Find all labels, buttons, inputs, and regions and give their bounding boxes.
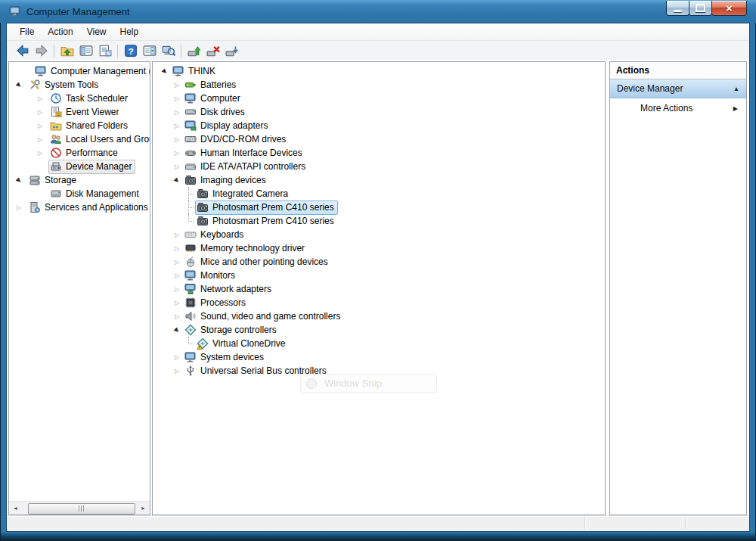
expand-icon[interactable]: ▷ [171, 269, 183, 282]
back-button[interactable] [13, 42, 32, 59]
scroll-right-button[interactable]: ► [137, 502, 150, 515]
expand-icon[interactable]: ▷ [171, 228, 183, 241]
collapse-icon[interactable]: ▶ [11, 78, 27, 92]
menu-action[interactable]: Action [41, 24, 79, 39]
expand-icon[interactable]: ▷ [32, 132, 48, 146]
tree-item-think[interactable]: ▶THINK [153, 64, 605, 78]
tree-item-computer-management-local[interactable]: Computer Management (Local [9, 64, 150, 78]
tree-item-universal-serial-bus-controllers[interactable]: ▷Universal Serial Bus controllers [153, 364, 605, 378]
expand-icon[interactable]: ▷ [171, 241, 183, 255]
tree-item-content[interactable]: DVD/CD-ROM drives [183, 132, 290, 147]
tree-item-content[interactable]: Keyboards [183, 228, 247, 242]
expand-icon[interactable]: ▷ [171, 105, 183, 119]
horizontal-scrollbar[interactable]: ◄ ► [9, 501, 150, 515]
tree-item-monitors[interactable]: ▷Monitors [153, 269, 605, 282]
tree-item-dvd-cd-rom-drives[interactable]: ▷DVD/CD-ROM drives [153, 132, 605, 146]
tree-item-disk-management[interactable]: Disk Management [9, 187, 150, 201]
tree-item-content[interactable]: Universal Serial Bus controllers [183, 364, 330, 378]
tree-item-content[interactable]: Disk drives [183, 105, 249, 120]
tree-item-content[interactable]: Display adapters [183, 119, 271, 133]
tree-item-ide-ata-atapi-controllers[interactable]: ▷IDE ATA/ATAPI controllers [153, 160, 605, 173]
tree-item-human-interface-devices[interactable]: ▷Human Interface Devices [153, 146, 605, 160]
update-driver-button[interactable] [184, 42, 203, 59]
tree-item-content[interactable]: Performance [48, 146, 122, 160]
scroll-left-button[interactable]: ◄ [9, 502, 22, 515]
tree-item-content[interactable]: Monitors [183, 269, 239, 283]
tree-item-keyboards[interactable]: ▷Keyboards [153, 228, 605, 241]
up-one-level-button[interactable] [57, 42, 76, 59]
menu-help[interactable]: Help [113, 24, 146, 39]
tree-item-memory-technology-driver[interactable]: ▷Memory technology driver [153, 241, 605, 255]
tree-item-content[interactable]: Task Scheduler [48, 92, 132, 106]
uninstall-button[interactable] [203, 42, 222, 59]
close-button[interactable]: × [711, 1, 747, 16]
tree-item-content[interactable]: IDE ATA/ATAPI controllers [183, 160, 309, 174]
collapse-icon[interactable]: ▶ [171, 323, 183, 337]
tree-item-content[interactable]: System devices [183, 350, 268, 365]
tree-item-content[interactable]: Integrated Camera [195, 187, 292, 201]
tree-item-integrated-camera[interactable]: Integrated Camera [153, 187, 605, 201]
tree-item-content[interactable]: Shared Folders [48, 119, 132, 133]
properties-button[interactable] [95, 42, 114, 59]
menu-view[interactable]: View [80, 24, 113, 39]
tree-item-photosmart-prem-c410-series[interactable]: Photosmart Prem C410 series [153, 214, 605, 228]
help-button[interactable]: ? [121, 42, 140, 59]
tree-item-content[interactable]: Photosmart Prem C410 series [195, 214, 338, 229]
expand-icon[interactable]: ▷ [171, 146, 183, 160]
expand-icon[interactable]: ▷ [171, 296, 183, 309]
tree-item-mice-and-other-pointing-devices[interactable]: ▷Mice and other pointing devices [153, 255, 605, 269]
tree-item-content[interactable]: Network adapters [183, 282, 275, 297]
expand-icon[interactable]: ▷ [171, 132, 183, 146]
tree-item-content[interactable]: Local Users and Groups [48, 132, 150, 147]
expand-icon[interactable]: ▷ [11, 201, 27, 214]
expand-icon[interactable]: ▷ [171, 119, 183, 132]
tree-item-system-tools[interactable]: ▶System Tools [9, 78, 150, 92]
tree-item-network-adapters[interactable]: ▷Network adapters [153, 282, 605, 296]
tree-item-content[interactable]: Mice and other pointing devices [183, 255, 332, 269]
tree-item-content[interactable]: Disk Management [48, 187, 143, 201]
tree-item-content[interactable]: Memory technology driver [183, 241, 308, 256]
collapse-icon[interactable]: ▶ [11, 173, 27, 187]
scroll-track[interactable] [22, 502, 137, 515]
tree-item-processors[interactable]: ▷Processors [153, 296, 605, 309]
tree-item-shared-folders[interactable]: ▷Shared Folders [9, 119, 150, 132]
tree-item-content[interactable]: Processors [183, 296, 249, 310]
maximize-button[interactable] [689, 1, 712, 16]
forward-button[interactable] [32, 42, 51, 59]
tree-item-virtual-clonedrive[interactable]: Virtual CloneDrive [153, 337, 605, 350]
tree-item-content[interactable]: Event Viewer [48, 105, 122, 120]
tree-item-content[interactable]: Computer Management (Local [33, 64, 150, 79]
tree-item-system-devices[interactable]: ▷System devices [153, 350, 605, 364]
tree-item-storage-controllers[interactable]: ▶Storage controllers [153, 323, 605, 337]
tree-item-content[interactable]: Storage controllers [183, 323, 280, 337]
scroll-thumb[interactable] [28, 503, 135, 515]
tree-item-batteries[interactable]: ▷Batteries [153, 78, 605, 92]
minimize-button[interactable] [666, 1, 689, 16]
show-hide-action-pane-button[interactable] [140, 42, 159, 59]
tree-item-imaging-devices[interactable]: ▶Imaging devices [153, 173, 605, 187]
tree-item-content[interactable]: Batteries [183, 78, 240, 92]
expand-icon[interactable]: ▷ [171, 364, 183, 378]
chevron-up-icon[interactable]: ▲ [733, 86, 739, 92]
tree-item-event-viewer[interactable]: ▷Event Viewer [9, 105, 150, 119]
expand-icon[interactable]: ▷ [171, 350, 183, 364]
expand-icon[interactable]: ▷ [171, 255, 183, 269]
tree-item-content[interactable]: Device Manager [48, 160, 135, 174]
collapse-icon[interactable]: ▶ [171, 173, 183, 187]
disable-device-button[interactable] [222, 42, 241, 59]
tree-item-disk-drives[interactable]: ▷Disk drives [153, 105, 605, 119]
tree-item-device-manager[interactable]: Device Manager [9, 160, 150, 173]
expand-icon[interactable]: ▷ [171, 160, 183, 173]
expand-icon[interactable]: ▷ [171, 92, 183, 105]
menu-file[interactable]: File [13, 24, 41, 39]
expand-icon[interactable]: ▷ [32, 92, 48, 105]
tree-item-storage[interactable]: ▶Storage [9, 173, 150, 187]
tree-item-content[interactable]: Computer [183, 92, 244, 106]
expand-icon[interactable]: ▷ [171, 78, 183, 92]
expand-icon[interactable]: ▷ [32, 105, 48, 119]
tree-item-content[interactable]: THINK [171, 64, 219, 79]
tree-item-display-adapters[interactable]: ▷Display adapters [153, 119, 605, 132]
tree-item-content[interactable]: Imaging devices [183, 173, 270, 188]
tree-item-content[interactable]: Photosmart Prem C410 series [195, 201, 338, 215]
collapse-icon[interactable]: ▶ [159, 64, 171, 78]
